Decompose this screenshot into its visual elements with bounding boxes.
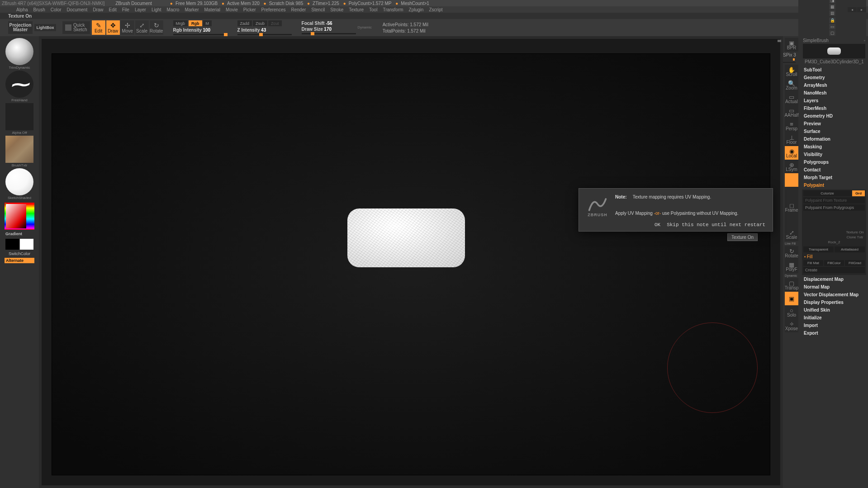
material-thumb[interactable]: SketchShaded (5, 168, 34, 200)
menu-picker[interactable]: Picker (241, 7, 259, 12)
shelf-btn11[interactable] (785, 214, 798, 227)
swatch-black[interactable] (5, 239, 19, 250)
shelf-lsym[interactable]: ⊕LSym (785, 160, 798, 173)
focal-shift[interactable]: Focal Shift -56 (302, 21, 356, 26)
mrgb-button[interactable]: Mrgb (173, 20, 188, 26)
lock-icon[interactable]: 🔒 (829, 18, 835, 23)
menu-tool[interactable]: Tool (366, 7, 380, 12)
section-visibility[interactable]: Visibility (801, 151, 867, 158)
stroke-thumb[interactable]: ⁓FreeHand (5, 71, 34, 102)
quick-sketch-button[interactable]: QuickSketch (62, 21, 90, 34)
colorize-chip[interactable]: Colorize (803, 190, 851, 196)
section-vector-displacement-map[interactable]: Vector Displacement Map (801, 291, 867, 298)
dynamic-toggle[interactable]: Dynamic (358, 25, 372, 29)
layout4-icon[interactable]: ▥ (829, 10, 835, 16)
rgb-intensity[interactable]: Rgb Intensity 100 (173, 28, 228, 33)
shelf-scale[interactable]: ⤢Scale (785, 227, 798, 241)
shelf-scroll[interactable]: ✋Scroll (785, 65, 798, 78)
section-display-properties[interactable]: Display Properties (801, 298, 867, 306)
pp-from-polygroups[interactable]: Polypaint From Polygroups (803, 204, 865, 211)
shelf-actual[interactable]: ▭Actual (785, 92, 798, 105)
mode-rotate[interactable]: ↻Rotate (150, 20, 163, 35)
menu-alpha[interactable]: Alpha (14, 7, 31, 12)
maximize-icon[interactable]: ▢ (829, 30, 835, 36)
section-fibermesh[interactable]: FiberMesh (801, 104, 867, 112)
section-initialize[interactable]: Initialize (801, 314, 867, 322)
menu-document[interactable]: Document (64, 7, 90, 12)
polypaint-section[interactable]: Polypaint (801, 181, 867, 189)
shelf-xpose[interactable]: ✧Xpose (785, 319, 798, 332)
menu-file[interactable]: File (119, 7, 132, 12)
menu-marker[interactable]: Marker (182, 7, 201, 12)
fill-mat[interactable]: Fill Mat (803, 260, 823, 266)
z-intensity[interactable]: Z Intensity 43 (237, 28, 292, 33)
pp-from-texture[interactable]: Polypaint From Texture (803, 197, 865, 204)
menu-render[interactable]: Render (289, 7, 309, 12)
menu-stroke[interactable]: Stroke (327, 7, 346, 12)
canvas[interactable] (42, 39, 780, 485)
section-geometry[interactable]: Geometry (801, 74, 867, 81)
m-button[interactable]: M (203, 20, 212, 26)
layout2-icon[interactable]: ◨ (829, 0, 835, 3)
color-picker[interactable] (5, 203, 34, 230)
texture-thumb[interactable]: BrushTxtr (5, 136, 34, 167)
menu-layer[interactable]: Layer (132, 7, 149, 12)
section-subtool[interactable]: SubTool (801, 66, 867, 74)
menu-stencil[interactable]: Stencil (308, 7, 327, 12)
section-unified-skin[interactable]: Unified Skin (801, 306, 867, 314)
pin-icon[interactable]: ◦ (863, 38, 865, 43)
shelf-aahalf[interactable]: ▭AAHalf (785, 105, 798, 119)
alternate-button[interactable]: Alternate (5, 258, 34, 263)
section-surface[interactable]: Surface (801, 128, 867, 135)
alpha-thumb[interactable]: Alpha Off (5, 103, 34, 135)
antialiased-chip[interactable]: Antialiased (835, 246, 865, 252)
shelf-persp[interactable]: ≡Persp (785, 119, 798, 133)
shelf-solo[interactable]: ○Solo (785, 305, 798, 319)
projection-master-button[interactable]: ProjectionMaster (8, 21, 33, 34)
ok-button[interactable]: OK (655, 222, 660, 227)
shelf-btn9[interactable] (785, 187, 798, 200)
grd-chip[interactable]: Grd (852, 190, 865, 196)
rgb-button[interactable]: Rgb (189, 20, 202, 26)
zsub-button[interactable]: Zsub (253, 20, 267, 26)
menu-texture[interactable]: Texture (346, 7, 366, 12)
bpr-button[interactable]: ▣BPR (785, 38, 798, 52)
fill-grad[interactable]: FillGrad (845, 260, 865, 266)
section-displacement-map[interactable]: Displacement Map (801, 275, 867, 283)
menu-transform[interactable]: Transform (380, 7, 406, 12)
shelf-local[interactable]: ◉Local (785, 146, 798, 160)
section-arraymesh[interactable]: ArrayMesh (801, 81, 867, 89)
mode-edit[interactable]: ✎Edit (92, 20, 105, 35)
spix-slider[interactable]: SPix 3 (783, 52, 800, 63)
menu-movie[interactable]: Movie (223, 7, 241, 12)
mode-move[interactable]: ✢Move (121, 20, 134, 35)
section-export[interactable]: Export (801, 329, 867, 337)
shelf-btn8[interactable] (785, 173, 798, 187)
section-import[interactable]: Import (801, 322, 867, 329)
switch-color[interactable]: SwitchColor (9, 251, 30, 256)
shelf-zoom[interactable]: 🔍Zoom (785, 78, 798, 92)
section-deformation[interactable]: Deformation (801, 135, 867, 143)
draw-size[interactable]: Draw Size 170 (302, 27, 356, 32)
shelf-frame[interactable]: ◻Frame (785, 200, 798, 214)
menu-brush[interactable]: Brush (31, 7, 48, 12)
shelf-transp[interactable]: ▢Transp (785, 278, 798, 292)
menu-color[interactable]: Color (48, 7, 64, 12)
minimize-icon[interactable]: ▭ (829, 24, 835, 29)
zcut-button[interactable]: Zcut (268, 20, 282, 26)
menu-zplugin[interactable]: Zplugin (406, 7, 427, 12)
menu-edit[interactable]: Edit (106, 7, 119, 12)
section-polygroups[interactable]: Polygroups (801, 158, 867, 166)
gradient-label[interactable]: Gradient (5, 232, 34, 236)
section-preview[interactable]: Preview (801, 120, 867, 128)
shelf-btn16[interactable]: ▣ (785, 292, 798, 305)
shelf-polyf[interactable]: ▦PolyF (785, 260, 798, 273)
skip-button[interactable]: Skip this note until next restart (667, 222, 765, 227)
menu-material[interactable]: Material (202, 7, 223, 12)
section-nanomesh[interactable]: NanoMesh (801, 89, 867, 97)
shelf-floor[interactable]: ⊥Floor (785, 133, 798, 146)
lightbox-button[interactable]: LightBox (34, 24, 56, 31)
menu-draw[interactable]: Draw (90, 7, 106, 12)
section-contact[interactable]: Contact (801, 166, 867, 174)
shelf-rotate[interactable]: ↻Rotate (785, 246, 798, 260)
